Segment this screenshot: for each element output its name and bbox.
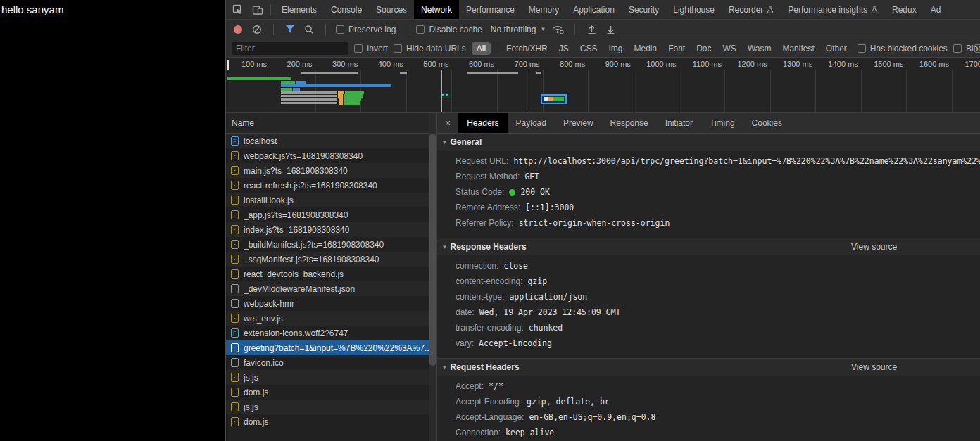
request-row[interactable]: ·_app.js?ts=1681908308340: [226, 207, 429, 222]
devtools-tab-sources[interactable]: Sources: [369, 0, 414, 19]
request-row[interactable]: favicon.ico: [226, 355, 429, 370]
details-tab-response[interactable]: Response: [602, 113, 657, 133]
preserve-log-checkbox[interactable]: [336, 25, 344, 34]
request-row[interactable]: ≡localhost: [226, 134, 429, 148]
invert-checkbox[interactable]: [354, 44, 363, 53]
header-row: Request Method:GET: [437, 169, 980, 184]
devtools-tab-security[interactable]: Security: [622, 0, 666, 19]
request-row[interactable]: ·js.js: [226, 370, 429, 385]
request-row[interactable]: Fextension-icons.woff2?6747: [226, 326, 429, 340]
disable-cache-label[interactable]: Disable cache: [429, 25, 482, 34]
section-header[interactable]: ▾Request HeadersView source: [437, 359, 980, 376]
request-name: main.js?ts=1681908308340: [244, 166, 348, 176]
filter-chip-media[interactable]: Media: [629, 42, 662, 55]
request-row[interactable]: _devMiddlewareManifest.json: [226, 281, 429, 296]
blocked-requests-checkbox[interactable]: [953, 44, 962, 53]
details-tab-initiator[interactable]: Initiator: [657, 113, 701, 133]
inspect-element-icon[interactable]: [232, 4, 244, 16]
request-row[interactable]: ·react-refresh.js?ts=1681908308340: [226, 178, 429, 193]
edge-checkbox[interactable]: [974, 44, 980, 53]
details-tab-headers[interactable]: Headers: [458, 113, 507, 133]
filter-chip-ws[interactable]: WS: [718, 42, 741, 55]
request-name: localhost: [244, 136, 277, 146]
record-button[interactable]: [232, 23, 244, 36]
request-row[interactable]: ·installHook.js: [226, 193, 429, 207]
export-har-icon[interactable]: [604, 23, 617, 36]
search-icon[interactable]: [303, 23, 315, 36]
request-row[interactable]: greeting?batch=1&input=%7B%220%22%3A%7..…: [226, 340, 429, 355]
devtools-tab-elements[interactable]: Elements: [275, 0, 324, 19]
header-row: content-encoding:gzip: [437, 274, 980, 289]
filter-chip-other[interactable]: Other: [821, 42, 852, 55]
filter-chip-manifest[interactable]: Manifest: [777, 42, 819, 55]
devtools-tab-lighthouse[interactable]: Lighthouse: [666, 0, 722, 19]
request-row[interactable]: ·_buildManifest.js?ts=1681908308340: [226, 237, 429, 252]
preserve-log-label[interactable]: Preserve log: [348, 25, 396, 34]
section-header[interactable]: ▾Response HeadersView source: [437, 238, 980, 255]
network-conditions-icon[interactable]: [552, 23, 565, 36]
request-row[interactable]: webpack-hmr: [226, 296, 429, 311]
view-source-button[interactable]: View source: [851, 242, 897, 252]
details-tab-preview[interactable]: Preview: [555, 113, 602, 133]
request-row[interactable]: ·dom.js: [226, 414, 429, 429]
tick-label: 1400 ms: [817, 60, 858, 68]
request-row[interactable]: ·wrs_env.js: [226, 311, 429, 326]
clear-button[interactable]: [251, 23, 263, 36]
devtools-window: ElementsConsoleSourcesNetworkPerformance…: [225, 0, 980, 441]
view-source-button[interactable]: View source: [851, 362, 897, 372]
devtools-tab-memory[interactable]: Memory: [522, 0, 566, 19]
devtools-tab-recorder[interactable]: Recorder: [722, 0, 781, 19]
throttling-select[interactable]: No throttling ▼: [491, 25, 546, 34]
disable-cache-checkbox[interactable]: [416, 25, 425, 34]
request-row[interactable]: ·webpack.js?ts=1681908308340: [226, 148, 429, 163]
header-value: [::1]:3000: [525, 200, 574, 215]
devtools-tab-performance[interactable]: Performance: [459, 0, 522, 19]
script-file-icon: ·: [231, 269, 239, 279]
devtools-tab-application[interactable]: Application: [566, 0, 622, 19]
request-row[interactable]: ·js.js: [226, 400, 429, 414]
invert-label[interactable]: Invert: [367, 44, 388, 53]
event-marker-line: [529, 70, 529, 112]
details-tab-timing[interactable]: Timing: [701, 113, 743, 133]
request-list-scrollbar[interactable]: [429, 113, 436, 441]
request-row[interactable]: ·_ssgManifest.js?ts=1681908308340: [226, 252, 429, 267]
request-row[interactable]: ·index.js?ts=1681908308340: [226, 222, 429, 237]
filter-toggle-icon[interactable]: [284, 23, 296, 36]
filter-chip-js[interactable]: JS: [554, 42, 574, 55]
devtools-tab-performance-insights[interactable]: Performance insights: [781, 0, 885, 19]
filter-chip-font[interactable]: Font: [663, 42, 690, 55]
network-overview-timeline[interactable]: 100 ms200 ms300 ms400 ms500 ms600 ms700 …: [226, 58, 980, 113]
devtools-tab-network[interactable]: Network: [414, 0, 459, 19]
header-row: date:Wed, 19 Apr 2023 12:45:09 GMT: [437, 305, 980, 320]
has-blocked-cookies-checkbox[interactable]: [857, 44, 866, 53]
tick-label: 900 ms: [590, 60, 631, 68]
request-row[interactable]: ·react_devtools_backend.js: [226, 267, 429, 281]
section-header[interactable]: ▾General: [437, 134, 980, 151]
filter-chip-wasm[interactable]: Wasm: [743, 42, 777, 55]
filter-chip-doc[interactable]: Doc: [691, 42, 716, 55]
request-row[interactable]: ·dom.js: [226, 385, 429, 400]
details-tab-payload[interactable]: Payload: [508, 113, 555, 133]
devtools-tab-redux[interactable]: Redux: [885, 0, 924, 19]
request-row[interactable]: ·main.js?ts=1681908308340: [226, 163, 429, 178]
disable-cache-group: Disable cache: [416, 25, 482, 34]
close-icon[interactable]: ×: [437, 113, 458, 133]
request-name: react-refresh.js?ts=1681908308340: [244, 181, 377, 191]
filter-input[interactable]: [232, 42, 348, 55]
details-tab-cookies[interactable]: Cookies: [743, 113, 791, 133]
network-filter-bar: Invert Hide data URLs AllFetch/XHRJSCSSI…: [226, 39, 980, 58]
name-column-header[interactable]: Name: [226, 113, 429, 134]
tab-label: Memory: [529, 5, 559, 15]
hide-data-urls-label[interactable]: Hide data URLs: [406, 44, 466, 53]
filter-chip-all[interactable]: All: [472, 42, 491, 55]
filter-chip-fetch-xhr[interactable]: Fetch/XHR: [501, 42, 553, 55]
has-blocked-cookies-label[interactable]: Has blocked cookies: [870, 44, 948, 53]
device-toolbar-icon[interactable]: [251, 4, 264, 16]
scrollbar-thumb[interactable]: [429, 134, 436, 366]
filter-chip-img[interactable]: Img: [603, 42, 627, 55]
hide-data-urls-checkbox[interactable]: [394, 44, 402, 53]
import-har-icon[interactable]: [585, 23, 598, 36]
filter-chip-css[interactable]: CSS: [575, 42, 603, 55]
devtools-tab-ad[interactable]: Ad: [924, 0, 948, 19]
devtools-tab-console[interactable]: Console: [324, 0, 369, 19]
